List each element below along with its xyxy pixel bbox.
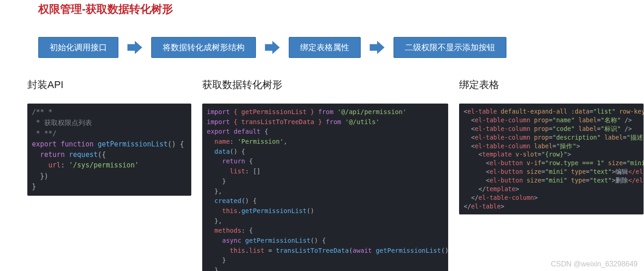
section-api: 封装API /** * * 获取权限点列表 * **/ export funct… [27, 78, 191, 196]
str: "mini" [545, 177, 567, 184]
tag: </el-butt [628, 168, 644, 175]
str: "name" [552, 116, 575, 124]
str: "名称" [601, 116, 621, 124]
attr: v-if [526, 159, 542, 167]
str: "{row}" [542, 151, 567, 158]
code-block-bind: <el-table default-expand-all :data="list… [459, 104, 644, 214]
tag: el-table-column [475, 142, 530, 150]
txt: 删除 [615, 177, 628, 184]
fn: getPermissionList [245, 237, 310, 244]
attr: label [578, 125, 597, 132]
section-tree: 获取数据转化树形 import { getPermissionList } fr… [202, 78, 448, 271]
prop: methods [215, 227, 241, 234]
kw: this [222, 207, 238, 214]
attr: prop [534, 116, 549, 124]
comment: /** * [32, 108, 52, 116]
section-bind: 绑定表格 <el-table default-expand-all :data=… [459, 78, 644, 214]
svg-marker-0 [128, 41, 142, 54]
txt: 编辑 [615, 168, 628, 175]
prop: name [215, 138, 230, 145]
tag: el-table-column [475, 116, 530, 124]
str: "code" [552, 125, 575, 132]
attr: default-expand-all [501, 108, 567, 115]
fn: transListToTreeData [276, 247, 349, 254]
code-block-tree: import { getPermissionList } from '@/api… [202, 104, 448, 271]
kw: this [230, 247, 245, 254]
prop: url [48, 161, 61, 169]
attr: v-slot [516, 151, 538, 158]
fn: getPermissionList [376, 247, 441, 254]
watermark: CSDN @weixin_63298649 [551, 260, 638, 268]
section-title-bind: 绑定表格 [459, 78, 644, 92]
punc: }) [40, 172, 48, 180]
str: "操作" [556, 142, 576, 150]
tag: template [486, 185, 516, 193]
attr: label [578, 116, 597, 124]
sym: { getPermissionList } [234, 108, 314, 115]
tag: el-table [467, 108, 497, 115]
str: "mini" [545, 168, 567, 175]
fn: getPermissionList [241, 207, 307, 214]
section-title-tree: 获取数据转化树形 [202, 78, 448, 92]
str: "description" [552, 134, 601, 141]
str: "mini" [627, 159, 644, 167]
sym: { transListToTreeData } [234, 118, 322, 125]
svg-marker-2 [370, 41, 384, 54]
str: '@/utils' [345, 118, 379, 125]
kw: await [353, 247, 372, 254]
kw: return [222, 157, 245, 165]
page-title: 权限管理-获取数据转化树形 [0, 0, 644, 16]
punc: } [32, 182, 36, 191]
attr: prop [534, 134, 549, 141]
attr: type [571, 168, 586, 175]
str: "text" [589, 168, 612, 175]
fn: request [69, 151, 97, 159]
kw: async [222, 237, 241, 244]
prop: list [230, 167, 245, 175]
code-block-api: /** * * 获取权限点列表 * **/ export function ge… [27, 104, 191, 196]
tag: el-button [490, 177, 523, 184]
val: [] [253, 167, 261, 175]
attr: size [526, 168, 542, 175]
kw: import [207, 118, 230, 125]
tag: el-table-column [475, 134, 530, 141]
str: 'Permission' [237, 138, 283, 145]
str: "标识" [601, 125, 621, 132]
step-level2: 二级权限不显示添加按钮 [394, 37, 506, 58]
attr: label [604, 134, 623, 141]
kw: import [207, 108, 230, 115]
str: "list" [593, 108, 616, 115]
kw: from [326, 118, 341, 125]
step-bind: 绑定表格属性 [289, 37, 361, 58]
str: "row.type === 1" [545, 159, 604, 167]
str: "描述" [627, 134, 644, 141]
comment: * 获取权限点列表 [32, 119, 92, 127]
attr: label [534, 142, 552, 150]
attr: type [571, 177, 586, 184]
fn: data [215, 148, 230, 155]
str: "text" [589, 177, 612, 184]
kw: function [61, 140, 93, 148]
attr: prop [534, 125, 549, 132]
punc: ({ [98, 151, 106, 159]
tag: el-table [471, 203, 501, 210]
arrow-icon [264, 39, 281, 56]
tag: el-table-column [479, 194, 534, 201]
section-title-api: 封装API [27, 78, 191, 92]
step-tree: 将数据转化成树形结构 [151, 37, 256, 58]
arrow-icon [369, 39, 385, 56]
fn: created [215, 197, 241, 204]
code-sections: 封装API /** * * 获取权限点列表 * **/ export funct… [0, 58, 644, 271]
tag: el-button [490, 159, 523, 167]
kw: from [318, 108, 333, 115]
tag: el-table-column [475, 125, 530, 132]
fn: getPermissionList [98, 140, 168, 148]
punc: () { [168, 140, 184, 148]
str: '/sys/permission' [69, 161, 139, 169]
arrow-icon [127, 39, 143, 56]
str: '@/api/permission' [337, 108, 407, 115]
tag: template [482, 151, 512, 158]
flow-steps: 初始化调用接口 将数据转化成树形结构 绑定表格属性 二级权限不显示添加按钮 [0, 16, 644, 58]
attr: row-key [619, 108, 644, 115]
prop: list [249, 247, 265, 254]
